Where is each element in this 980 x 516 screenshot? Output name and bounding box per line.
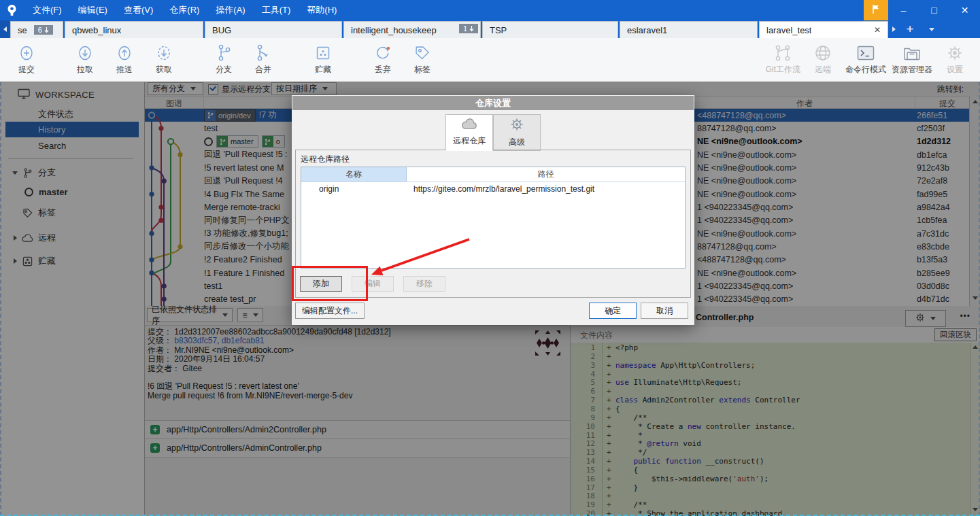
ok-button[interactable]: 确定 (589, 303, 637, 319)
column-path[interactable]: 路径 (407, 167, 685, 182)
pull-icon (77, 44, 93, 62)
branch-icon (216, 44, 231, 62)
column-name[interactable]: 名称 (301, 167, 407, 182)
toolbar-button[interactable]: 标签 (403, 44, 442, 75)
maximize-button[interactable]: □ (919, 0, 949, 20)
toolbar-button: Git工作流 (763, 44, 803, 75)
toolbar-button-label: 分支 (216, 64, 232, 75)
flow-icon (773, 44, 793, 62)
toolbar-button-label: 标签 (414, 64, 430, 75)
menubar: 文件(F)编辑(E)查看(V)仓库(R)操作(A)工具(T)帮助(H) (25, 1, 344, 19)
toolbar-button-label: 推送 (116, 64, 133, 75)
repo-tab-label: eslaravel1 (627, 25, 667, 35)
toolbar-button-label: 资源管理器 (892, 64, 932, 75)
remote-url: https://gitee.com/mrzlb/laravel_permissi… (407, 184, 594, 194)
tab-remote-repos[interactable]: 远程仓库 (445, 114, 493, 151)
toolbar-button[interactable]: 获取 (144, 44, 184, 75)
flag-button[interactable] (864, 0, 888, 20)
toolbar-button-label: 丢弃 (375, 64, 391, 75)
toolbar-button[interactable]: 拉取 (65, 44, 105, 75)
gear-icon (510, 118, 524, 133)
annotation-highlight-box (292, 266, 368, 301)
repo-tab[interactable]: BUG (205, 21, 342, 38)
toolbar-left-group: 提交拉取推送获取分支合并贮藏丢弃标签 (7, 44, 442, 75)
tab-list-dropdown-button[interactable] (922, 20, 942, 38)
repo-tabbar: se6 qbweb_linuxBUGintelligent_housekeep1… (0, 20, 980, 38)
toolbar-button-label: 远端 (815, 64, 831, 75)
toolbar-button[interactable]: 资源管理器 (889, 44, 935, 75)
merge-icon (256, 44, 271, 62)
toolbar-button[interactable]: 推送 (105, 44, 144, 75)
tab-close-icon[interactable]: ✕ (864, 25, 881, 35)
settings-icon (947, 44, 963, 62)
toolbar-button[interactable]: 命令行模式 (843, 44, 889, 75)
remote-table-header: 名称 路径 (301, 167, 685, 182)
selection-marquee-left (0, 82, 1, 516)
tab-behind-badge: 1 (459, 24, 478, 33)
fork-git-client-window: 文件(F)编辑(E)查看(V)仓库(R)操作(A)工具(T)帮助(H) – □ … (0, 0, 980, 516)
annotation-arrow (366, 231, 475, 280)
tab-scroll-left-button[interactable] (0, 20, 10, 38)
repo-tabs: se6 qbweb_linuxBUGintelligent_housekeep1… (10, 20, 889, 38)
titlebar: 文件(F)编辑(E)查看(V)仓库(R)操作(A)工具(T)帮助(H) – □ … (0, 0, 980, 20)
app-logo-icon (7, 4, 17, 17)
toolbar-button[interactable]: 分支 (204, 44, 243, 75)
cancel-button[interactable]: 取消 (641, 303, 688, 319)
chevron-right-icon (892, 27, 896, 32)
remote-icon (814, 44, 832, 62)
menu-item[interactable]: 仓库(R) (162, 1, 207, 19)
tab-behind-badge: 6 (34, 25, 53, 35)
toolbar-button[interactable]: 合并 (243, 44, 283, 75)
tab-advanced[interactable]: 高级 (493, 114, 541, 151)
tab-remote-repos-label: 远程仓库 (453, 135, 486, 147)
toolbar-button-label: 获取 (156, 64, 172, 75)
menu-item[interactable]: 帮助(H) (299, 1, 344, 19)
menu-item[interactable]: 查看(V) (116, 1, 160, 19)
chevron-left-icon (3, 27, 7, 32)
commit-icon (18, 44, 35, 62)
remote-paths-label: 远程仓库路径 (301, 154, 350, 165)
minimize-button[interactable]: – (888, 0, 919, 20)
repo-tab[interactable]: qbweb_linux (65, 21, 203, 38)
stash-icon (315, 44, 331, 62)
tab-scroll-right-button[interactable] (889, 20, 898, 38)
toolbar-button[interactable]: 提交 (7, 44, 46, 75)
new-tab-button[interactable]: + (898, 20, 922, 38)
toolbar-button-label: 提交 (18, 64, 35, 75)
tag-icon (414, 44, 430, 62)
terminal-icon (857, 44, 875, 62)
remote-table-row[interactable]: origin https://gitee.com/mrzlb/laravel_p… (301, 182, 685, 196)
menu-item[interactable]: 编辑(E) (71, 1, 115, 19)
push-icon (116, 44, 133, 62)
toolbar-button-label: 命令行模式 (845, 64, 886, 75)
repo-tab[interactable]: se6 (10, 21, 63, 38)
menu-item[interactable]: 操作(A) (208, 1, 252, 19)
toolbar-button-label: 贮藏 (315, 64, 331, 75)
main-toolbar: 提交拉取推送获取分支合并贮藏丢弃标签 Git工作流远端命令行模式资源管理器设置 (0, 38, 980, 82)
repo-tab[interactable]: eslaravel1 (620, 21, 758, 38)
discard-icon (374, 44, 392, 62)
remote-name: origin (301, 184, 407, 194)
chevron-down-icon (929, 28, 934, 31)
toolbar-right-group: Git工作流远端命令行模式资源管理器设置 (763, 44, 975, 75)
toolbar-button: 设置 (935, 44, 975, 75)
repo-tab-label: TSP (490, 25, 507, 35)
close-button[interactable]: ✕ (949, 0, 980, 20)
toolbar-button[interactable]: 贮藏 (303, 44, 343, 75)
toolbar-button: 远端 (803, 44, 843, 75)
menu-item[interactable]: 工具(T) (254, 1, 299, 19)
repo-tab-label: se (18, 25, 27, 35)
dialog-tabs: 远程仓库 高级 (292, 114, 694, 151)
menu-item[interactable]: 文件(F) (25, 1, 69, 19)
repo-tab[interactable]: laravel_test✕ (759, 21, 888, 38)
repo-tab-label: laravel_test (766, 25, 811, 35)
tab-advanced-label: 高级 (509, 137, 525, 148)
cloud-icon (461, 118, 477, 132)
repo-tab[interactable]: intelligent_housekeep1 (343, 21, 481, 38)
explorer-icon (903, 44, 921, 62)
repo-tab[interactable]: TSP (482, 21, 618, 38)
edit-config-file-button[interactable]: 编辑配置文件... (295, 303, 365, 319)
fetch-icon (156, 44, 172, 62)
toolbar-button-label: 设置 (947, 64, 963, 75)
toolbar-button[interactable]: 丢弃 (363, 44, 403, 75)
